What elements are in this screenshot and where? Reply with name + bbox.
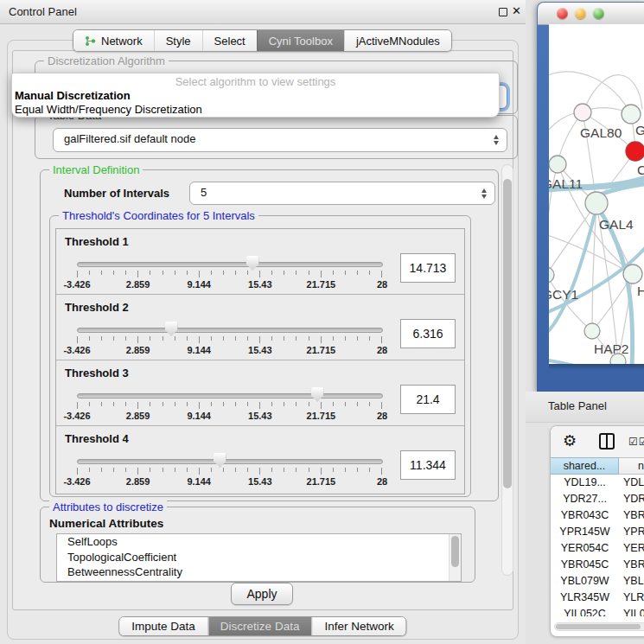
tab-select[interactable]: Select (202, 30, 257, 51)
tab-label: jActiveMNodules (356, 35, 440, 48)
algorithm-option[interactable]: Equal Width/Frequency Discretization (12, 103, 499, 117)
apply-button[interactable]: Apply (231, 583, 293, 605)
control-panel-titlebar: Control Panel ✕ (0, 0, 526, 24)
table-data-value: galFiltered.sif default node (64, 129, 195, 150)
tab-label: Select (214, 35, 245, 48)
threshold-row: Threshold 2-3.4262.8599.14415.4321.71528… (56, 295, 464, 360)
zoom-traffic-icon[interactable] (593, 8, 604, 19)
threshold-value-field[interactable]: 14.713 (400, 253, 456, 283)
tab-cyni-toolbox[interactable]: Cyni Toolbox (257, 30, 344, 51)
gear-icon[interactable]: ⚙ (563, 431, 577, 450)
network-node-gal11[interactable] (549, 156, 566, 173)
tab-infer-network[interactable]: Infer Network (311, 617, 405, 635)
cell-name: YBL0 (619, 573, 644, 590)
table-row[interactable]: YPR145WYPR1 (551, 524, 644, 540)
slider-track[interactable] (77, 393, 383, 399)
threshold-value-field[interactable]: 6.316 (400, 319, 456, 348)
network-node-ga[interactable] (622, 105, 641, 124)
table-toolbar: ⚙ ☑☑ (551, 426, 644, 457)
threshold-value-field[interactable]: 11.344 (400, 450, 456, 480)
scrollbar-thumb[interactable] (503, 179, 512, 488)
number-of-intervals-label: Number of Intervals (64, 187, 169, 200)
slider-track[interactable] (77, 262, 383, 267)
threshold-slider[interactable]: -3.4262.8599.14415.4321.71528 (77, 390, 382, 419)
slider-track[interactable] (77, 328, 383, 333)
columns-icon[interactable] (599, 433, 615, 450)
list-scrollbar-track[interactable] (449, 534, 461, 581)
threshold-slider[interactable]: -3.4262.8599.14415.4321.71528 (77, 324, 382, 354)
tab-discretize-data[interactable]: Discretize Data (207, 617, 312, 635)
network-canvas[interactable]: GAL80GACGAL11GAL4GCY1HHAP2 (549, 24, 644, 364)
number-of-intervals-combobox[interactable]: 5 (189, 182, 495, 205)
scrollbar-thumb[interactable] (556, 624, 641, 629)
network-node[interactable] (610, 354, 626, 364)
network-window-titlebar (538, 3, 644, 25)
table-row[interactable]: YIL052CYIL0 (551, 606, 644, 616)
panel-vertical-scrollbar[interactable] (501, 164, 513, 576)
threshold-label: Threshold 2 (65, 301, 129, 314)
slider-thumb[interactable] (165, 322, 178, 336)
list-scrollbar-thumb[interactable] (451, 536, 459, 567)
combo-arrows-icon (494, 135, 499, 145)
network-view-window[interactable]: GAL80GACGAL11GAL4GCY1HHAP2 (537, 2, 644, 392)
tick-label: 21.715 (307, 411, 336, 421)
network-node-gal4[interactable] (585, 192, 608, 214)
tab-impute-data[interactable]: Impute Data (119, 617, 207, 635)
table-header-row: shared... n (551, 457, 644, 475)
tick-label: -3.426 (63, 411, 90, 421)
table-row[interactable]: YDL19...YDL1 (551, 475, 644, 491)
tick-label: 15.43 (248, 411, 272, 421)
table-row[interactable]: YDR27...YDR2 (551, 491, 644, 507)
combo-arrows-icon (481, 188, 487, 199)
table-horizontal-scrollbar[interactable] (554, 622, 644, 631)
network-node-gal80[interactable] (574, 104, 591, 121)
column-header-shared[interactable]: shared... (551, 457, 619, 475)
table-row[interactable]: YBR043CYBR0 (551, 507, 644, 524)
tick-label: 15.43 (248, 279, 272, 290)
tab-style[interactable]: Style (154, 30, 202, 51)
table-row[interactable]: YBR045CYBR0 (551, 557, 644, 573)
cell-name: YPR1 (619, 524, 644, 540)
tick-label: -3.426 (63, 345, 90, 355)
checkbox-icons[interactable]: ☑☑ (628, 436, 644, 448)
node-label: GAL80 (580, 125, 622, 140)
top-tab-bar: NetworkStyleSelectCyni ToolboxjActiveMNo… (73, 29, 452, 52)
minimize-traffic-icon[interactable] (575, 8, 586, 19)
slider-track[interactable] (77, 459, 383, 464)
algorithm-option[interactable]: Manual Discretization (12, 89, 499, 103)
table-data-combobox[interactable]: galFiltered.sif default node (53, 128, 507, 152)
discretization-algorithm-label: Discretization Algorithm (44, 54, 169, 67)
table-row[interactable]: YLR345WYLR3 (551, 590, 644, 606)
slider-thumb[interactable] (214, 453, 226, 468)
attribute-list-item[interactable]: BetweennessCentrality (57, 564, 461, 580)
slider-thumb[interactable] (311, 387, 324, 402)
table-data-group: Table Data galFiltered.sif default node (35, 115, 518, 159)
slider-tick-labels: -3.4262.8599.14415.4321.71528 (77, 411, 382, 421)
network-node-hap2[interactable] (584, 323, 600, 339)
attribute-list-item[interactable]: TopologicalCoefficient (57, 550, 461, 565)
slider-major-ticks (77, 271, 383, 277)
attribute-list-item[interactable]: SelfLoops (57, 534, 461, 550)
threshold-value-field[interactable]: 21.4 (400, 385, 456, 414)
slider-thumb[interactable] (246, 256, 259, 271)
threshold-slider[interactable]: -3.4262.8599.14415.4321.71528 (77, 456, 382, 485)
tick-label: 15.43 (248, 476, 272, 487)
close-icon[interactable]: ✕ (512, 4, 521, 17)
cell-name: YBR0 (619, 557, 644, 573)
tab-network[interactable]: Network (73, 30, 154, 51)
table-row[interactable]: YER054CYER0 (551, 540, 644, 557)
float-window-icon[interactable] (499, 8, 507, 16)
table-panel-card: ⚙ ☑☑ shared... n YDL19...YDL1YDR27...YDR… (550, 425, 644, 637)
table-row[interactable]: YBL079WYBL0 (551, 573, 644, 590)
network-node-c[interactable] (626, 142, 644, 161)
threshold-slider[interactable]: -3.4262.8599.14415.4321.71528 (77, 258, 382, 288)
network-node-gcy1[interactable] (549, 267, 554, 283)
close-traffic-icon[interactable] (557, 8, 568, 19)
network-node-h[interactable] (623, 265, 642, 284)
column-header-name[interactable]: n (619, 457, 644, 475)
numerical-attributes-list[interactable]: SelfLoopsTopologicalCoefficientBetweenne… (56, 533, 462, 582)
tab-jactivemnodules[interactable]: jActiveMNodules (344, 30, 451, 51)
tick-label: 9.144 (187, 411, 211, 421)
algorithm-popup-prompt: Select algorithm to view settings (12, 75, 499, 89)
attributes-group-label: Attributes to discretize (49, 501, 167, 513)
